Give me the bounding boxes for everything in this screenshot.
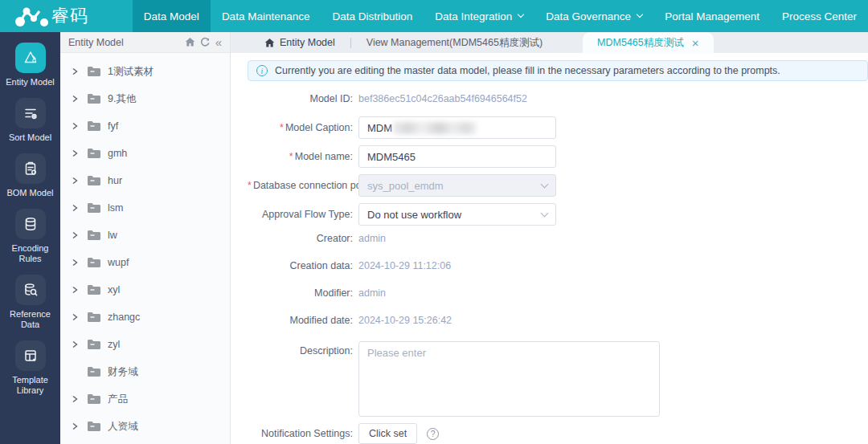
chevron-right-icon[interactable] [71, 94, 80, 104]
tree-node[interactable]: xyl [60, 276, 230, 303]
tree-node[interactable]: zyl [60, 331, 230, 358]
help-icon[interactable]: ? [427, 428, 439, 440]
module-sidebar: Entity ModelSort ModelBOM ModelEncoding … [0, 32, 60, 444]
close-icon[interactable]: × [692, 37, 699, 49]
tree-node[interactable]: hur [60, 167, 230, 194]
app-logo: 睿码 [0, 0, 133, 32]
nav-item-data-integration[interactable]: Data Integration [424, 0, 534, 32]
approval-flow-select[interactable]: Do not use workflow [358, 203, 556, 226]
sidebar-item-entity-model[interactable]: Entity Model [2, 43, 59, 88]
tree-node-label: lw [108, 230, 117, 241]
tree-node[interactable]: 1测试素材 [60, 58, 230, 85]
folder-icon [87, 175, 100, 186]
description-row: Description: [248, 341, 868, 417]
nav-item-data-maintenance[interactable]: Data Maintenance [211, 0, 321, 32]
creation-date-row: Creation data: 2024-10-29 11:12:06 [248, 259, 868, 272]
tree-node-label: xyl [108, 284, 120, 295]
sidebar-item-label: BOM Model [4, 188, 57, 198]
tab-view-management[interactable]: View Management(MDM5465精度测试) [366, 36, 542, 50]
folder-icon [87, 120, 100, 132]
model-caption-input[interactable]: MDM [358, 116, 556, 139]
tree-node-label: 产品 [108, 393, 128, 406]
nav-item-portal-management[interactable]: Portal Management [653, 0, 771, 32]
tree-node[interactable]: wupf [60, 249, 230, 276]
nav-label: Data Maintenance [222, 10, 310, 22]
folder-icon [87, 202, 100, 214]
chevron-right-icon[interactable] [71, 394, 80, 404]
sidebar-item-sort-model[interactable]: Sort Model [2, 98, 59, 143]
nav-item-process-center[interactable]: Process Center [771, 0, 868, 32]
nav-item-data-model[interactable]: Data Model [133, 0, 211, 32]
approval-flow-label: Approval Flow Type: [248, 209, 353, 220]
chevron-right-icon[interactable] [71, 230, 80, 240]
tab-mdm5465-active[interactable]: MDM5465精度测试 × [583, 32, 713, 53]
tree-node[interactable]: lw [60, 222, 230, 249]
creation-date-value: 2024-10-29 11:12:06 [358, 260, 451, 271]
tree-node[interactable]: 人资域 [60, 413, 230, 440]
chevron-right-icon[interactable] [71, 340, 80, 349]
tree-node-label: 财务域 [108, 365, 138, 379]
modified-date-row: Modified date: 2024-10-29 15:26:42 [248, 314, 868, 327]
folder-icon [87, 421, 100, 432]
banner-text: Currently you are editing the master dat… [275, 65, 780, 76]
modified-date-value: 2024-10-29 15:26:42 [358, 315, 452, 326]
description-label: Description: [248, 341, 353, 356]
home-icon[interactable] [185, 37, 195, 47]
chevron-right-icon[interactable] [71, 285, 80, 295]
model-name-input[interactable] [358, 145, 556, 168]
model-name-row: *Model name: [248, 145, 868, 168]
tree-panel-title: Entity Model [68, 37, 180, 48]
logo-text: 睿码 [51, 4, 88, 28]
tree-node[interactable]: 财务域 [60, 358, 230, 385]
tree-node[interactable]: lsm [60, 194, 230, 222]
tree-node[interactable]: gmh [60, 140, 230, 167]
chevron-right-icon[interactable] [71, 149, 80, 158]
creator-label: Creator: [248, 233, 353, 244]
tree-node[interactable]: 产品 [60, 385, 230, 413]
nav-item-data-distribution[interactable]: Data Distribution [321, 0, 424, 32]
tab-label: Entity Model [280, 37, 335, 48]
sidebar-item-encoding-rules[interactable]: Encoding Rules [2, 209, 59, 264]
folder-icon [87, 339, 100, 350]
chevron-right-icon[interactable] [71, 422, 80, 431]
refresh-icon[interactable] [200, 37, 211, 47]
tree-node-label: fyf [108, 120, 118, 132]
db-pool-row: *Database connection pool: sys_pool_emdm [248, 174, 868, 197]
creator-value: admin [358, 233, 386, 244]
click-set-button[interactable]: Click set [358, 423, 417, 444]
tree-header: Entity Model « [60, 32, 230, 53]
chevron-right-icon[interactable] [71, 67, 80, 76]
modifier-row: Modifier: admin [248, 287, 868, 299]
nav-item-data-governance[interactable]: Data Governance [534, 0, 653, 32]
db-pool-value: sys_pool_emdm [367, 180, 542, 192]
chevron-right-icon[interactable] [71, 312, 80, 322]
tree-node-label: gmh [108, 148, 127, 159]
tab-entity-model[interactable]: Entity Model [264, 37, 335, 48]
sidebar-item-reference-data[interactable]: Reference Data [2, 275, 59, 330]
chevron-right-icon[interactable] [71, 203, 80, 213]
sidebar-item-label: Template Library [4, 375, 57, 396]
model-name-label: Model name: [295, 151, 353, 162]
reference-data-icon [15, 275, 46, 305]
chevron-right-icon[interactable] [71, 121, 80, 131]
sidebar-item-bom-model[interactable]: BOM Model [2, 153, 59, 198]
tree-node-label: hur [108, 175, 122, 186]
encoding-rules-icon [15, 209, 46, 239]
sidebar-item-label: Reference Data [4, 309, 57, 330]
collapse-left-icon[interactable]: « [215, 36, 222, 48]
home-icon [264, 38, 275, 48]
description-textarea[interactable] [358, 341, 660, 417]
tree-node-label: 人资域 [108, 420, 138, 434]
modifier-value: admin [358, 287, 386, 299]
folder-icon [87, 93, 100, 104]
tree-node[interactable]: zhangc [60, 303, 230, 331]
modified-date-label: Modified date: [248, 315, 353, 326]
folder-icon [87, 230, 100, 241]
chevron-right-icon[interactable] [71, 176, 80, 185]
tree-node[interactable]: fyf [60, 112, 230, 140]
db-pool-select[interactable]: sys_pool_emdm [358, 174, 556, 197]
sidebar-item-template-library[interactable]: Template Library [2, 340, 59, 396]
tree-node[interactable]: 9.其他 [60, 85, 230, 112]
folder-icon [87, 312, 100, 323]
chevron-right-icon[interactable] [71, 258, 80, 267]
